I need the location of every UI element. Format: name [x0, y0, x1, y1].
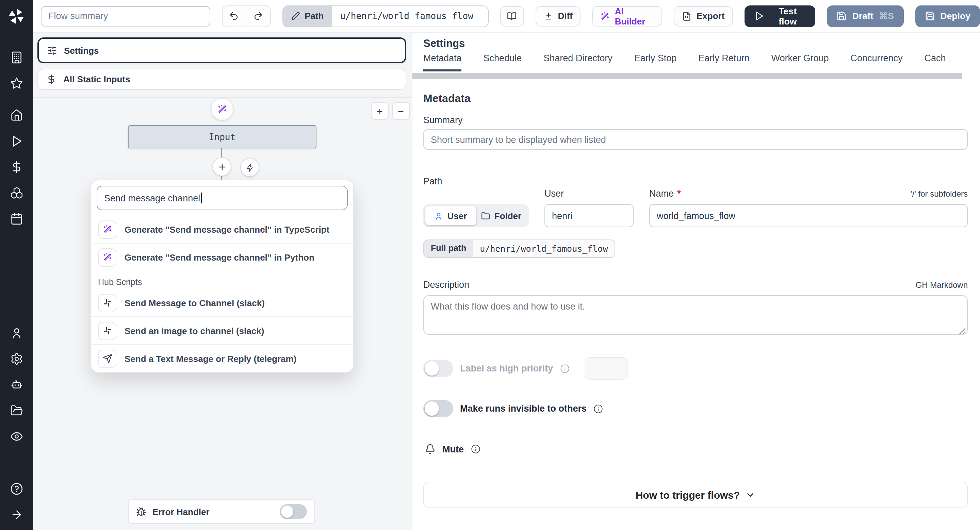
wand-sparkles-icon — [98, 220, 116, 238]
zoom-out-button[interactable]: − — [392, 102, 410, 120]
docs-button[interactable] — [500, 6, 524, 26]
error-handler-toggle[interactable] — [280, 504, 307, 519]
priority-value-input[interactable] — [584, 357, 628, 380]
expand-sidebar-arrow-icon[interactable] — [0, 501, 33, 527]
wand-sparkles-icon — [98, 248, 116, 267]
required-asterisk: * — [677, 189, 681, 199]
save-icon — [837, 11, 846, 21]
name-field-label-row: Name * '/' for subfolders — [649, 189, 968, 199]
step-search-value: Send message channel — [104, 193, 200, 203]
flow-settings-label: Settings — [64, 45, 99, 56]
variables-dollar-icon[interactable] — [0, 154, 33, 179]
invisible-runs-toggle[interactable] — [423, 400, 453, 417]
zoom-in-button[interactable]: + — [371, 102, 388, 120]
menu-item-slack-send-image[interactable]: Send an image to channel (slack) — [91, 317, 353, 344]
settings-gear-icon[interactable] — [0, 346, 33, 371]
toggle-knob — [425, 401, 439, 416]
redo-icon — [253, 11, 263, 21]
info-icon[interactable] — [560, 363, 569, 373]
menu-item-label: Send a Text Message or Reply (telegram) — [124, 354, 296, 363]
markdown-hint: GH Markdown — [916, 280, 968, 290]
path-user-input[interactable] — [544, 204, 633, 227]
ai-builder-label: AI Builder — [615, 6, 654, 26]
step-search-input[interactable]: Send message channel — [97, 186, 348, 210]
schedules-calendar-icon[interactable] — [0, 205, 33, 231]
book-open-icon — [508, 11, 517, 21]
menu-item-slack-send-message[interactable]: Send Message to Channel (slack) — [91, 289, 353, 316]
dollar-icon — [46, 74, 56, 84]
info-icon[interactable] — [593, 404, 603, 413]
menu-item-generate-python[interactable]: Generate "Send message channel" in Pytho… — [91, 244, 353, 271]
favorites-star-icon[interactable] — [0, 70, 33, 96]
lightning-bolt-icon — [245, 163, 254, 172]
high-priority-row: Label as high priority — [423, 357, 968, 380]
help-icon[interactable] — [0, 476, 33, 501]
path-section-label: Path — [423, 176, 968, 186]
ai-flow-wand-button[interactable] — [211, 98, 234, 121]
export-button[interactable]: Export — [674, 6, 733, 26]
windmill-logo[interactable] — [6, 6, 27, 27]
home-icon[interactable] — [0, 102, 33, 128]
path-label: Path — [305, 11, 324, 21]
workspace-building-icon[interactable] — [0, 44, 33, 70]
diff-label: Diff — [558, 11, 572, 21]
add-step-button[interactable] — [212, 157, 231, 176]
diff-button[interactable]: Diff — [535, 6, 581, 26]
canvas-zoom-controls: + − — [371, 102, 410, 120]
owner-kind-segment: User Folder — [423, 204, 529, 227]
path-name-input[interactable] — [649, 204, 968, 227]
menu-item-label: Send an image to channel (slack) — [124, 325, 264, 336]
pencil-icon — [291, 11, 300, 21]
high-priority-toggle[interactable] — [423, 360, 453, 377]
info-icon[interactable] — [471, 444, 480, 454]
edit-path-button[interactable]: Path — [283, 6, 332, 26]
flow-summary-input[interactable] — [41, 6, 210, 26]
sliders-icon — [47, 45, 57, 56]
save-icon — [924, 11, 935, 21]
error-handler-node[interactable]: Error Handler — [128, 499, 315, 524]
file-code-icon — [682, 11, 692, 21]
input-node[interactable]: Input — [128, 125, 317, 148]
all-static-inputs-label: All Static Inputs — [63, 74, 130, 84]
insert-step-menu: Send message channel Generate "Send mess… — [91, 179, 354, 373]
sidebar — [0, 0, 33, 530]
zoom-out-label: − — [398, 105, 404, 117]
text-caret — [201, 192, 202, 203]
resources-boxes-icon[interactable] — [0, 179, 33, 205]
workers-robot-icon[interactable] — [0, 371, 33, 397]
slack-icon — [98, 294, 116, 312]
deploy-button[interactable]: Deploy — [915, 5, 980, 27]
mute-row: Mute — [423, 444, 968, 454]
draft-label: Draft — [852, 11, 873, 21]
summary-label: Summary — [423, 115, 968, 125]
runs-play-icon[interactable] — [0, 128, 33, 154]
draft-button[interactable]: Draft ⌘S — [827, 5, 904, 27]
flow-path-value[interactable]: u/henri/world_famous_flow — [332, 6, 488, 26]
undo-button[interactable] — [222, 6, 246, 26]
ai-builder-button[interactable]: AI Builder — [592, 6, 662, 26]
resize-handle[interactable] — [959, 328, 966, 335]
add-trigger-button[interactable] — [240, 158, 259, 177]
menu-item-telegram-send-text[interactable]: Send a Text Message or Reply (telegram) — [91, 345, 353, 372]
users-icon[interactable] — [0, 320, 33, 346]
flow-path-group: Path u/henri/world_famous_flow — [282, 5, 488, 27]
menu-item-generate-typescript[interactable]: Generate "Send message channel" in TypeS… — [91, 216, 353, 243]
summary-input[interactable] — [423, 129, 968, 150]
how-to-trigger-flows-button[interactable]: How to trigger flows? — [423, 482, 968, 508]
owner-kind-user-button[interactable]: User — [425, 206, 476, 225]
undo-icon — [229, 11, 239, 21]
test-flow-button[interactable]: Test flow — [744, 5, 815, 27]
flow-settings-box[interactable]: Settings — [37, 37, 406, 63]
invisible-runs-label: Make runs invisible to others — [460, 403, 587, 414]
description-label: Description — [423, 279, 469, 290]
high-priority-label: Label as high priority — [460, 363, 553, 373]
redo-button[interactable] — [246, 6, 270, 26]
folders-icon[interactable] — [0, 397, 33, 423]
owner-kind-folder-button[interactable]: Folder — [476, 206, 527, 225]
description-textarea[interactable] — [423, 295, 968, 335]
play-icon — [754, 11, 764, 21]
menu-item-label: Generate "Send message channel" in Pytho… — [124, 252, 314, 262]
flow-canvas[interactable]: Settings All Static Inputs + − Input — [33, 33, 412, 530]
audit-eye-icon[interactable] — [0, 423, 33, 449]
all-static-inputs-box[interactable]: All Static Inputs — [37, 69, 406, 90]
